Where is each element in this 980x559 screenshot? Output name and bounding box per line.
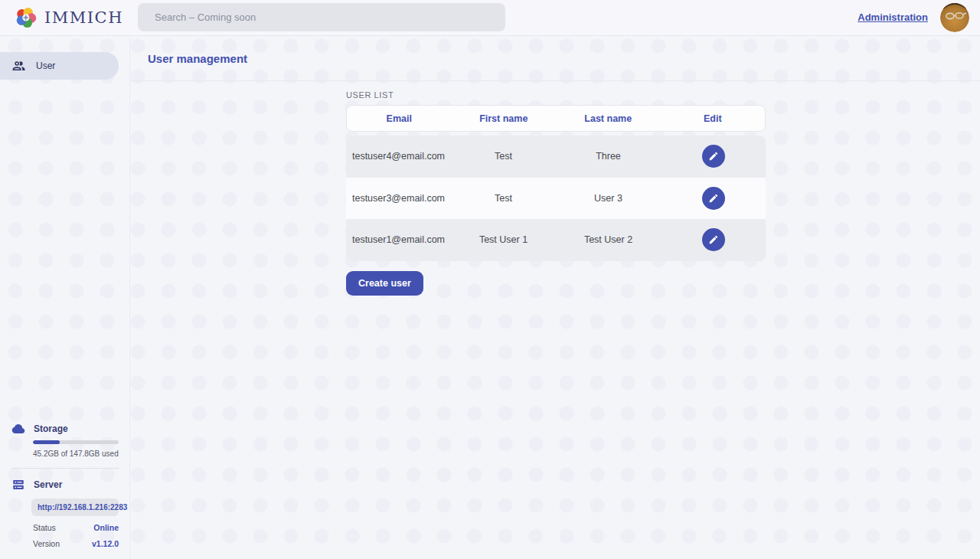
cell-last-name: Test User 2 [556,234,661,245]
page-title: User management [148,52,247,65]
header-last-name: Last name [556,113,661,124]
server-status-value: Online [93,523,119,532]
cell-email: testuser3@email.com [346,193,451,204]
cell-first-name: Test User 1 [451,234,556,245]
edit-user-button[interactable] [702,145,725,168]
server-version-value: v1.12.0 [92,539,119,548]
cell-email: testuser1@email.com [346,234,451,245]
create-user-button[interactable]: Create user [346,271,423,296]
header-first-name: First name [452,113,557,124]
server-widget: Server http://192.168.1.216:2283 Status … [11,478,119,548]
storage-usage-text: 45.2GB of 147.8GB used [33,449,119,458]
server-url-chip: http://192.168.1.216:2283 [31,499,119,516]
sidebar-item-user[interactable]: User [0,52,119,80]
header-email: Email [347,113,452,124]
header-edit: Edit [661,113,766,124]
pencil-icon [708,234,719,245]
storage-title: Storage [34,423,68,434]
immich-logo[interactable]: IMMICH [15,6,123,29]
cloud-icon [11,422,25,436]
cell-email: testuser4@email.com [346,151,451,162]
sidebar: User Storage 45.2GB of 147.8GB used [0,36,130,559]
cell-first-name: Test [451,151,556,162]
storage-widget: Storage 45.2GB of 147.8GB used [11,422,119,458]
table-row: testuser3@email.com Test User 3 [346,178,766,220]
user-table-header: Email First name Last name Edit [346,105,766,132]
server-version-label: Version [33,539,60,548]
server-status-label: Status [33,523,56,532]
edit-user-button[interactable] [702,228,725,251]
user-table-body: testuser4@email.com Test Three testuser3… [346,136,766,261]
user-avatar[interactable] [940,3,969,32]
pencil-icon [708,193,719,204]
table-row: testuser4@email.com Test Three [346,136,766,178]
cell-first-name: Test [451,193,556,204]
search-input[interactable] [138,3,505,31]
server-icon [11,478,25,492]
user-list-label: USER LIST [346,90,766,100]
immich-flower-icon [15,6,38,29]
edit-user-button[interactable] [702,187,725,210]
sidebar-divider [11,468,119,469]
cell-last-name: Three [556,151,661,162]
logo-wordmark: IMMICH [44,8,123,27]
page-header: User management [131,36,980,81]
server-title: Server [34,479,62,490]
storage-progress-bar [33,440,119,444]
sidebar-item-label: User [36,60,55,71]
table-row: testuser1@email.com Test User 1 Test Use… [346,219,766,261]
sidebar-status-widgets: Storage 45.2GB of 147.8GB used [0,422,130,559]
top-bar: IMMICH Administration [0,0,980,36]
users-icon [11,59,26,74]
administration-link[interactable]: Administration [858,11,928,23]
user-list-section: USER LIST Email First name Last name Edi… [346,81,766,296]
cell-last-name: User 3 [556,193,661,204]
storage-progress-fill [33,440,60,444]
pencil-icon [708,151,719,162]
